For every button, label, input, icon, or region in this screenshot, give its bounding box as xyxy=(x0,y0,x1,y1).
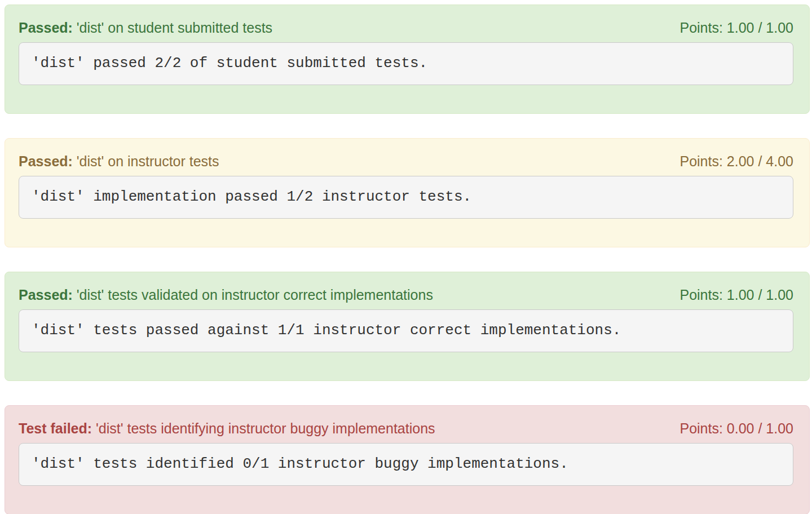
status-label: Passed: xyxy=(19,287,73,303)
status-label: Test failed: xyxy=(19,420,92,436)
test-title: Passed: 'dist' on instructor tests xyxy=(19,153,219,170)
test-output-block: 'dist' tests passed against 1/1 instruct… xyxy=(19,309,793,352)
points-value: Points: 1.00 / 1.00 xyxy=(679,286,793,303)
autograder-results: Passed: 'dist' on student submitted test… xyxy=(5,5,810,514)
result-panel-student-tests: Passed: 'dist' on student submitted test… xyxy=(5,5,810,114)
result-header: Passed: 'dist' on instructor tests Point… xyxy=(19,153,793,170)
test-title-text: 'dist' on instructor tests xyxy=(77,153,219,169)
points-value: Points: 0.00 / 1.00 xyxy=(679,420,793,437)
test-title-text: 'dist' on student submitted tests xyxy=(77,20,272,36)
result-header: Test failed: 'dist' tests identifying in… xyxy=(19,420,793,437)
test-title: Passed: 'dist' on student submitted test… xyxy=(19,19,272,36)
result-panel-tests-validated: Passed: 'dist' tests validated on instru… xyxy=(5,272,810,381)
test-title-text: 'dist' tests validated on instructor cor… xyxy=(77,287,433,303)
test-title: Test failed: 'dist' tests identifying in… xyxy=(19,420,435,437)
test-title-text: 'dist' tests identifying instructor bugg… xyxy=(96,420,435,436)
result-panel-buggy-implementations: Test failed: 'dist' tests identifying in… xyxy=(5,405,810,514)
status-label: Passed: xyxy=(19,153,73,169)
test-output-block: 'dist' tests identified 0/1 instructor b… xyxy=(19,443,793,486)
test-output-block: 'dist' implementation passed 1/2 instruc… xyxy=(19,176,793,219)
result-header: Passed: 'dist' tests validated on instru… xyxy=(19,286,793,303)
points-value: Points: 2.00 / 4.00 xyxy=(679,153,793,170)
status-label: Passed: xyxy=(19,20,73,36)
result-panel-instructor-tests: Passed: 'dist' on instructor tests Point… xyxy=(5,138,810,247)
result-header: Passed: 'dist' on student submitted test… xyxy=(19,19,793,36)
points-value: Points: 1.00 / 1.00 xyxy=(679,19,793,36)
test-title: Passed: 'dist' tests validated on instru… xyxy=(19,286,433,303)
test-output-block: 'dist' passed 2/2 of student submitted t… xyxy=(19,42,793,85)
